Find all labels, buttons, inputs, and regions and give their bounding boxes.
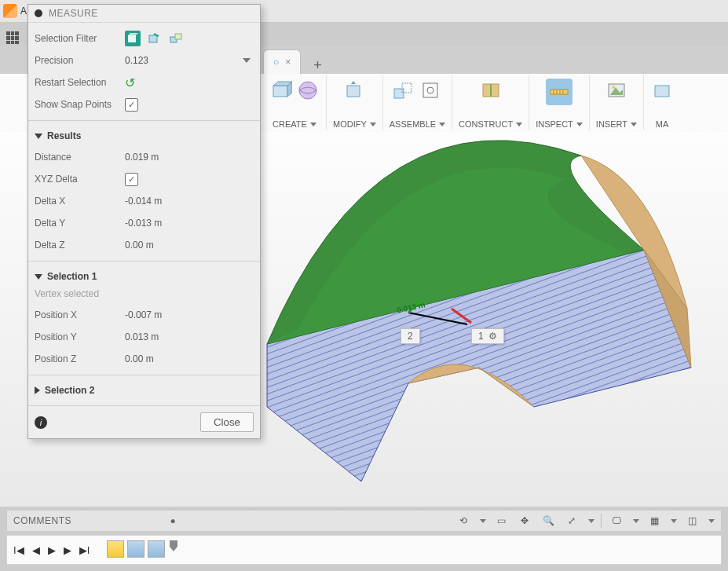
- ribbon-label: CONSTRUCT: [459, 119, 513, 129]
- assemble-icon[interactable]: [392, 79, 415, 102]
- chevron-right-icon: [35, 386, 40, 394]
- svg-point-3: [299, 82, 316, 99]
- grid-settings-icon[interactable]: ▦: [646, 513, 663, 529]
- timeline-start-button[interactable]: I◀: [13, 544, 24, 556]
- distance-label: Distance: [35, 152, 125, 163]
- make-icon[interactable]: [650, 79, 674, 102]
- grid-icon: [6, 31, 19, 44]
- filter-component-icon[interactable]: [168, 31, 184, 46]
- delta-x-label: Delta X: [35, 196, 125, 207]
- timeline-playhead-icon[interactable]: [168, 540, 179, 560]
- selection1-header[interactable]: Selection 1: [35, 266, 254, 287]
- viewports-icon[interactable]: ◫: [683, 513, 701, 529]
- ribbon-label: MODIFY: [333, 119, 367, 129]
- navigation-toolbar: ⟲ ▭ ✥ 🔍 ⤢ 🖵 ▦ ◫: [455, 513, 715, 529]
- chevron-down-icon: [708, 519, 715, 523]
- timeline-extrude-icon[interactable]: [127, 540, 145, 558]
- selection-filter-label: Selection Filter: [35, 33, 125, 44]
- precision-row[interactable]: Precision 0.123: [35, 49, 254, 71]
- xyz-delta-label: XYZ Delta: [35, 174, 125, 185]
- filter-face-icon[interactable]: [146, 31, 162, 46]
- restart-selection-label: Restart Selection: [35, 77, 125, 88]
- delta-y-label: Delta Y: [35, 218, 125, 229]
- modify-icon[interactable]: [342, 79, 366, 102]
- chevron-down-icon: [480, 519, 486, 523]
- svg-rect-28: [149, 35, 157, 42]
- joint-icon[interactable]: [419, 79, 442, 102]
- timeline-end-button[interactable]: ▶I: [79, 544, 90, 556]
- close-tab-icon[interactable]: ×: [285, 57, 291, 68]
- lookat-icon[interactable]: ▭: [492, 513, 510, 529]
- ribbon-inspect[interactable]: INSPECT: [529, 75, 590, 130]
- pos-z-label: Position Z: [35, 353, 125, 364]
- pos-x-label: Position X: [35, 309, 125, 320]
- xyz-delta-checkbox[interactable]: ✓: [125, 173, 138, 186]
- fit-icon[interactable]: ⤢: [563, 513, 580, 529]
- construct-plane-icon[interactable]: [479, 79, 503, 102]
- panel-pin-icon[interactable]: [35, 9, 42, 17]
- filter-body-icon[interactable]: [125, 31, 141, 46]
- ribbon-label: INSERT: [596, 119, 627, 129]
- svg-rect-30: [175, 34, 181, 39]
- chevron-down-icon: [370, 123, 376, 126]
- ribbon-construct[interactable]: CONSTRUCT: [452, 75, 529, 130]
- distance-value: 0.019 m: [125, 152, 254, 163]
- ribbon-modify[interactable]: MODIFY: [327, 75, 383, 130]
- timeline-next-button[interactable]: ▶: [64, 544, 71, 556]
- data-panel-button[interactable]: [6, 27, 19, 44]
- panel-titlebar[interactable]: MEASURE: [28, 5, 260, 23]
- chevron-down-icon: [516, 123, 522, 126]
- timeline-sketch-icon[interactable]: [107, 540, 124, 558]
- selection1-label: Selection 1: [47, 271, 97, 282]
- ribbon-insert[interactable]: INSERT: [590, 75, 644, 130]
- comments-label[interactable]: COMMENTS: [13, 515, 71, 526]
- model-3d: 2 1 ⚙ 0.013 m: [251, 132, 728, 507]
- measure-panel: MEASURE Selection Filter Pre: [27, 4, 261, 439]
- svg-rect-11: [551, 90, 568, 94]
- svg-marker-31: [170, 540, 177, 551]
- chevron-down-icon: [35, 274, 42, 280]
- timeline-feature-icon[interactable]: [148, 540, 165, 558]
- marker-label: 1: [478, 331, 484, 342]
- results-header[interactable]: Results: [35, 126, 254, 146]
- delta-y-value: -0.013 m: [125, 218, 254, 229]
- svg-marker-27: [128, 33, 138, 35]
- timeline-prev-button[interactable]: ◀: [32, 544, 40, 556]
- gear-icon[interactable]: ⚙: [488, 331, 497, 342]
- pan-icon[interactable]: ✥: [516, 513, 533, 529]
- ribbon-assemble[interactable]: ASSEMBLE: [383, 75, 452, 130]
- ribbon-make[interactable]: MA: [644, 75, 680, 130]
- timeline-play-button[interactable]: ▶: [48, 544, 56, 556]
- sphere-primitive-icon[interactable]: [296, 79, 320, 102]
- insert-decal-icon[interactable]: [605, 79, 628, 102]
- info-icon[interactable]: i: [35, 416, 47, 429]
- ribbon-create[interactable]: CREATE: [263, 75, 327, 130]
- svg-rect-7: [423, 83, 437, 97]
- results-label: Results: [47, 130, 81, 141]
- chevron-down-icon: [35, 134, 42, 139]
- box-primitive-icon[interactable]: [269, 79, 293, 102]
- delta-z-label: Delta Z: [35, 240, 125, 251]
- measure-point-2[interactable]: 2: [401, 328, 420, 344]
- restart-selection-icon[interactable]: ↺: [125, 76, 135, 90]
- display-settings-icon[interactable]: 🖵: [608, 513, 625, 529]
- orbit-icon[interactable]: ⟲: [455, 513, 472, 529]
- measure-icon[interactable]: [546, 79, 573, 105]
- svg-rect-4: [347, 86, 360, 97]
- zoom-icon[interactable]: 🔍: [540, 513, 557, 529]
- chevron-down-icon: [633, 519, 639, 523]
- precision-select[interactable]: 0.123: [125, 55, 254, 66]
- measure-point-1[interactable]: 1 ⚙: [471, 328, 504, 344]
- close-button[interactable]: Close: [200, 412, 254, 432]
- document-tab[interactable]: ○ ×: [263, 49, 301, 74]
- selection2-header[interactable]: Selection 2: [35, 380, 254, 401]
- pos-y-value: 0.013 m: [125, 331, 254, 342]
- chevron-down-icon: [439, 123, 445, 126]
- chevron-down-icon: [631, 123, 637, 126]
- fusion-logo-icon: [3, 4, 17, 18]
- delta-z-value: 0.00 m: [125, 240, 254, 251]
- add-comment-icon[interactable]: ●: [170, 515, 175, 526]
- new-tab-button[interactable]: +: [301, 57, 335, 74]
- show-snap-checkbox[interactable]: ✓: [125, 98, 138, 112]
- pos-x-value: -0.007 m: [125, 309, 254, 320]
